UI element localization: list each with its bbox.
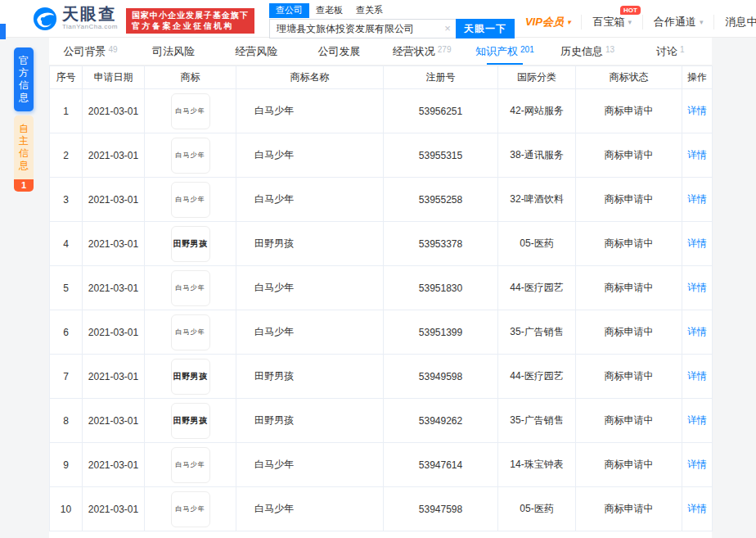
- search-tab[interactable]: 查公司: [269, 3, 309, 18]
- chevron-down-icon: ▾: [567, 18, 571, 26]
- trademark-image[interactable]: 白马少年: [171, 182, 210, 218]
- detail-link[interactable]: 详情: [687, 282, 707, 293]
- detail-link[interactable]: 详情: [687, 459, 707, 470]
- column-header: 操作: [682, 66, 713, 89]
- detail-link[interactable]: 详情: [687, 237, 707, 249]
- search-block: 查公司查老板查关系 × 天眼一下: [269, 5, 515, 38]
- table-row: 32021-03-01白马少年白马少年5395525832-啤酒饮料商标申请中详…: [50, 178, 713, 222]
- table-row: 52021-03-01白马少年白马少年5395183044-医疗园艺商标申请中详…: [50, 266, 713, 310]
- chevron-down-icon: ▾: [628, 18, 632, 26]
- action-cell: 详情: [682, 355, 713, 399]
- nav-messages[interactable]: 消息中心: [713, 15, 756, 29]
- tab-label: 经营状况: [393, 44, 435, 59]
- trademark-image-cell: 白马少年: [145, 178, 236, 222]
- action-cell: 详情: [682, 178, 713, 222]
- trademark-status-cell: 商标申请中: [576, 399, 682, 443]
- application-date-cell: 2021-03-01: [83, 487, 145, 531]
- intl-class-cell: 05-医药: [498, 487, 576, 531]
- tab-count: 279: [438, 45, 452, 54]
- action-cell: 详情: [682, 222, 713, 266]
- registration-number-cell: 53949262: [384, 399, 498, 443]
- page-body: 官方信息 自主信息 1 公司背景49司法风险经营风险公司发展经营状况279知识产…: [0, 38, 756, 538]
- detail-link[interactable]: 详情: [687, 193, 707, 205]
- tab-知识产权[interactable]: 知识产权201: [463, 38, 546, 65]
- nav-label: VIP会员: [525, 15, 564, 29]
- search-button[interactable]: 天眼一下: [456, 19, 515, 38]
- trademark-name-cell: 白马少年: [236, 89, 384, 133]
- tab-公司发展[interactable]: 公司发展: [298, 38, 380, 65]
- certification-badge-line1: 国家中小企业发展子基金旗下: [132, 11, 249, 21]
- brand-name: 天眼查: [62, 6, 118, 22]
- tab-经营风险[interactable]: 经营风险: [215, 38, 298, 65]
- detail-link[interactable]: 详情: [687, 326, 707, 337]
- search-input[interactable]: [269, 19, 456, 38]
- search-tab[interactable]: 查关系: [349, 3, 389, 18]
- action-cell: 详情: [682, 89, 713, 133]
- trademark-image[interactable]: 田野男孩: [171, 403, 210, 439]
- application-date-cell: 2021-03-01: [83, 266, 145, 310]
- tab-公司背景[interactable]: 公司背景49: [49, 38, 132, 65]
- column-header: 国际分类: [498, 66, 576, 89]
- registration-number-cell: 53947614: [384, 443, 498, 487]
- trademark-image[interactable]: 田野男孩: [171, 359, 210, 395]
- intl-class-cell: 05-医药: [498, 222, 576, 266]
- trademark-image-cell: 白马少年: [145, 443, 236, 487]
- search-tab[interactable]: 查老板: [309, 3, 349, 18]
- trademark-image[interactable]: 白马少年: [171, 314, 210, 350]
- trademark-image-cell: 田野男孩: [145, 222, 236, 266]
- chevron-down-icon: ▾: [700, 18, 704, 26]
- row-index-cell: 6: [50, 310, 83, 355]
- trademark-image[interactable]: 田野男孩: [171, 226, 210, 262]
- tab-历史信息[interactable]: 历史信息13: [547, 38, 629, 65]
- intl-class-cell: 32-啤酒饮料: [498, 178, 576, 222]
- detail-link[interactable]: 详情: [687, 370, 707, 382]
- trademark-image[interactable]: 白马少年: [171, 270, 210, 306]
- detail-link[interactable]: 详情: [687, 414, 707, 426]
- detail-link[interactable]: 详情: [687, 149, 707, 160]
- trademark-status-cell: 商标申请中: [576, 89, 682, 133]
- certification-badge-line2: 官方备案企业征信机构: [132, 21, 249, 32]
- application-date-cell: 2021-03-01: [83, 222, 145, 266]
- trademark-name-cell: 田野男孩: [236, 355, 384, 399]
- tab-count: 49: [109, 45, 118, 54]
- trademark-image[interactable]: 白马少年: [171, 447, 210, 483]
- nav-vip[interactable]: VIP会员▾: [515, 15, 582, 29]
- trademark-name-cell: 白马少年: [236, 443, 384, 487]
- tab-讨论[interactable]: 讨论1: [629, 38, 712, 65]
- trademark-status-cell: 商标申请中: [576, 487, 682, 531]
- corner-strip: [0, 24, 6, 39]
- trademark-image[interactable]: 白马少年: [171, 491, 210, 527]
- registration-number-cell: 53951399: [384, 310, 498, 355]
- search-tabs: 查公司查老板查关系: [269, 5, 515, 18]
- trademark-status-cell: 商标申请中: [576, 443, 682, 487]
- row-index-cell: 3: [50, 178, 83, 222]
- nav-cooperation[interactable]: 合作通道▾: [642, 15, 714, 29]
- side-tab-self-info[interactable]: 自主信息: [14, 115, 34, 179]
- detail-link[interactable]: 详情: [687, 105, 707, 116]
- logo-text: 天眼查 TianYanCha.com: [62, 6, 118, 30]
- tab-count: 1: [680, 45, 685, 54]
- trademark-image[interactable]: 白马少年: [171, 138, 210, 174]
- tab-label: 司法风险: [152, 44, 195, 59]
- tianyancha-eye-icon: [33, 7, 57, 31]
- detail-link[interactable]: 详情: [687, 503, 707, 514]
- trademark-image-cell: 白马少年: [145, 310, 236, 355]
- table-row: 12021-03-01白马少年白马少年5395625142-网站服务商标申请中详…: [50, 89, 713, 133]
- column-header: 注册号: [384, 66, 498, 89]
- tab-司法风险[interactable]: 司法风险: [132, 38, 214, 65]
- tab-经营状况[interactable]: 经营状况279: [380, 38, 463, 65]
- application-date-cell: 2021-03-01: [83, 133, 145, 178]
- registration-number-cell: 53955315: [384, 133, 498, 178]
- trademark-image[interactable]: 白马少年: [171, 93, 210, 129]
- intl-class-cell: 44-医疗园艺: [498, 266, 576, 310]
- tab-label: 历史信息: [560, 44, 603, 59]
- trademark-name-cell: 田野男孩: [236, 399, 384, 443]
- side-tab-official-info[interactable]: 官方信息: [14, 47, 34, 111]
- tab-label: 经营风险: [235, 44, 277, 59]
- clear-icon[interactable]: ×: [444, 22, 451, 34]
- section-tab-bar: 公司背景49司法风险经营风险公司发展经营状况279知识产权201历史信息13讨论…: [49, 38, 712, 66]
- logo[interactable]: 天眼查 TianYanCha.com: [33, 5, 118, 31]
- application-date-cell: 2021-03-01: [83, 399, 145, 443]
- trademark-image-cell: 白马少年: [145, 133, 236, 178]
- nav-toolbox[interactable]: 百宝箱▾HOT: [581, 15, 642, 29]
